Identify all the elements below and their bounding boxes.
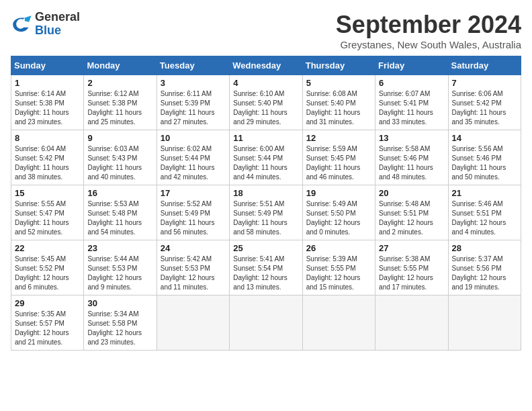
- day-info: Sunrise: 6:06 AM Sunset: 5:42 PM Dayligh…: [452, 89, 517, 127]
- day-info: Sunrise: 6:07 AM Sunset: 5:41 PM Dayligh…: [379, 89, 444, 127]
- day-number: 26: [306, 243, 371, 253]
- day-info: Sunrise: 5:42 AM Sunset: 5:53 PM Dayligh…: [161, 255, 226, 292]
- day-info: Sunrise: 5:41 AM Sunset: 5:54 PM Dayligh…: [233, 255, 298, 292]
- table-row: 6 Sunrise: 6:07 AM Sunset: 5:41 PM Dayli…: [375, 75, 448, 130]
- table-row: 20 Sunrise: 5:48 AM Sunset: 5:51 PM Dayl…: [375, 185, 448, 240]
- day-info: Sunrise: 5:37 AM Sunset: 5:56 PM Dayligh…: [452, 255, 517, 292]
- table-row: [448, 295, 521, 351]
- header-thursday: Thursday: [302, 56, 375, 75]
- header-saturday: Saturday: [448, 56, 521, 75]
- day-number: 3: [161, 78, 226, 88]
- logo-text: General Blue: [35, 11, 80, 38]
- title-block: September 2024 Greystanes, New South Wal…: [336, 11, 521, 50]
- table-row: 30 Sunrise: 5:34 AM Sunset: 5:58 PM Dayl…: [84, 295, 157, 351]
- day-number: 21: [452, 188, 517, 198]
- page-header: General Blue September 2024 Greystanes, …: [11, 11, 521, 50]
- month-title: September 2024: [336, 11, 521, 39]
- day-info: Sunrise: 5:49 AM Sunset: 5:50 PM Dayligh…: [306, 199, 371, 237]
- table-row: 29 Sunrise: 5:35 AM Sunset: 5:57 PM Dayl…: [11, 295, 84, 351]
- day-number: 25: [233, 243, 298, 253]
- day-info: Sunrise: 6:12 AM Sunset: 5:38 PM Dayligh…: [87, 89, 152, 127]
- day-number: 8: [15, 133, 80, 143]
- day-info: Sunrise: 5:52 AM Sunset: 5:49 PM Dayligh…: [161, 199, 226, 237]
- table-row: 5 Sunrise: 6:08 AM Sunset: 5:40 PM Dayli…: [302, 75, 375, 130]
- day-number: 4: [233, 78, 298, 88]
- day-info: Sunrise: 5:56 AM Sunset: 5:46 PM Dayligh…: [452, 144, 517, 182]
- day-info: Sunrise: 6:11 AM Sunset: 5:39 PM Dayligh…: [161, 89, 226, 127]
- day-number: 14: [452, 133, 517, 143]
- header-tuesday: Tuesday: [157, 56, 229, 75]
- day-info: Sunrise: 5:46 AM Sunset: 5:51 PM Dayligh…: [452, 199, 517, 237]
- day-info: Sunrise: 5:58 AM Sunset: 5:46 PM Dayligh…: [379, 144, 444, 182]
- day-info: Sunrise: 5:59 AM Sunset: 5:45 PM Dayligh…: [306, 144, 371, 182]
- header-wednesday: Wednesday: [230, 56, 302, 75]
- table-row: 14 Sunrise: 5:56 AM Sunset: 5:46 PM Dayl…: [448, 130, 521, 185]
- table-row: 1 Sunrise: 6:14 AM Sunset: 5:38 PM Dayli…: [11, 75, 84, 130]
- table-row: 10 Sunrise: 6:02 AM Sunset: 5:44 PM Dayl…: [157, 130, 229, 185]
- location-subtitle: Greystanes, New South Wales, Australia: [336, 39, 521, 50]
- header-friday: Friday: [375, 56, 448, 75]
- table-row: 7 Sunrise: 6:06 AM Sunset: 5:42 PM Dayli…: [448, 75, 521, 130]
- day-info: Sunrise: 6:08 AM Sunset: 5:40 PM Dayligh…: [306, 89, 371, 127]
- day-number: 10: [161, 133, 226, 143]
- header-monday: Monday: [84, 56, 157, 75]
- day-info: Sunrise: 5:39 AM Sunset: 5:55 PM Dayligh…: [306, 255, 371, 292]
- table-row: 16 Sunrise: 5:53 AM Sunset: 5:48 PM Dayl…: [84, 185, 157, 240]
- table-row: 12 Sunrise: 5:59 AM Sunset: 5:45 PM Dayl…: [302, 130, 375, 185]
- table-row: 13 Sunrise: 5:58 AM Sunset: 5:46 PM Dayl…: [375, 130, 448, 185]
- table-row: 26 Sunrise: 5:39 AM Sunset: 5:55 PM Dayl…: [302, 240, 375, 295]
- day-info: Sunrise: 6:03 AM Sunset: 5:43 PM Dayligh…: [87, 144, 152, 182]
- table-row: 15 Sunrise: 5:55 AM Sunset: 5:47 PM Dayl…: [11, 185, 84, 240]
- day-info: Sunrise: 5:55 AM Sunset: 5:47 PM Dayligh…: [15, 199, 80, 237]
- table-row: [375, 295, 448, 351]
- day-number: 15: [15, 188, 80, 198]
- table-row: 23 Sunrise: 5:44 AM Sunset: 5:53 PM Dayl…: [84, 240, 157, 295]
- day-info: Sunrise: 5:48 AM Sunset: 5:51 PM Dayligh…: [379, 199, 444, 237]
- table-row: 19 Sunrise: 5:49 AM Sunset: 5:50 PM Dayl…: [302, 185, 375, 240]
- day-number: 1: [15, 78, 80, 88]
- table-row: 11 Sunrise: 6:00 AM Sunset: 5:44 PM Dayl…: [230, 130, 302, 185]
- table-row: [230, 295, 302, 351]
- day-number: 5: [306, 78, 371, 88]
- day-number: 7: [452, 78, 517, 88]
- day-info: Sunrise: 5:35 AM Sunset: 5:57 PM Dayligh…: [15, 310, 80, 347]
- day-number: 20: [379, 188, 444, 198]
- day-number: 23: [87, 243, 152, 253]
- table-row: 9 Sunrise: 6:03 AM Sunset: 5:43 PM Dayli…: [84, 130, 157, 185]
- day-number: 16: [87, 188, 152, 198]
- day-number: 18: [233, 188, 298, 198]
- day-info: Sunrise: 6:14 AM Sunset: 5:38 PM Dayligh…: [15, 89, 80, 127]
- day-info: Sunrise: 5:51 AM Sunset: 5:49 PM Dayligh…: [233, 199, 298, 237]
- calendar-header-row: Sunday Monday Tuesday Wednesday Thursday…: [11, 56, 521, 75]
- table-row: [302, 295, 375, 351]
- day-number: 11: [233, 133, 298, 143]
- day-info: Sunrise: 6:00 AM Sunset: 5:44 PM Dayligh…: [233, 144, 298, 182]
- day-number: 24: [161, 243, 226, 253]
- day-info: Sunrise: 5:34 AM Sunset: 5:58 PM Dayligh…: [87, 310, 152, 347]
- table-row: 28 Sunrise: 5:37 AM Sunset: 5:56 PM Dayl…: [448, 240, 521, 295]
- day-info: Sunrise: 6:02 AM Sunset: 5:44 PM Dayligh…: [161, 144, 226, 182]
- day-number: 30: [87, 298, 152, 308]
- day-number: 22: [15, 243, 80, 253]
- day-number: 28: [452, 243, 517, 253]
- day-number: 19: [306, 188, 371, 198]
- day-number: 2: [87, 78, 152, 88]
- table-row: 17 Sunrise: 5:52 AM Sunset: 5:49 PM Dayl…: [157, 185, 229, 240]
- table-row: 27 Sunrise: 5:38 AM Sunset: 5:55 PM Dayl…: [375, 240, 448, 295]
- table-row: 25 Sunrise: 5:41 AM Sunset: 5:54 PM Dayl…: [230, 240, 302, 295]
- table-row: 18 Sunrise: 5:51 AM Sunset: 5:49 PM Dayl…: [230, 185, 302, 240]
- day-number: 17: [161, 188, 226, 198]
- table-row: [157, 295, 229, 351]
- table-row: 24 Sunrise: 5:42 AM Sunset: 5:53 PM Dayl…: [157, 240, 229, 295]
- day-number: 12: [306, 133, 371, 143]
- day-info: Sunrise: 5:53 AM Sunset: 5:48 PM Dayligh…: [87, 199, 152, 237]
- logo-icon: [11, 13, 32, 35]
- table-row: 22 Sunrise: 5:45 AM Sunset: 5:52 PM Dayl…: [11, 240, 84, 295]
- table-row: 21 Sunrise: 5:46 AM Sunset: 5:51 PM Dayl…: [448, 185, 521, 240]
- day-number: 27: [379, 243, 444, 253]
- day-info: Sunrise: 5:38 AM Sunset: 5:55 PM Dayligh…: [379, 255, 444, 292]
- table-row: 4 Sunrise: 6:10 AM Sunset: 5:40 PM Dayli…: [230, 75, 302, 130]
- day-info: Sunrise: 6:04 AM Sunset: 5:42 PM Dayligh…: [15, 144, 80, 182]
- day-number: 6: [379, 78, 444, 88]
- table-row: 8 Sunrise: 6:04 AM Sunset: 5:42 PM Dayli…: [11, 130, 84, 185]
